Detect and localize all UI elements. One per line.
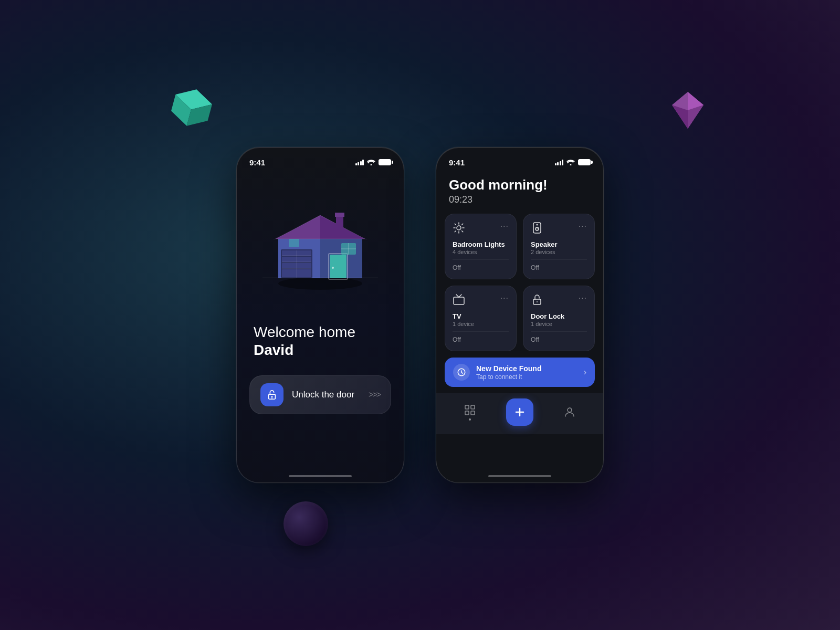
svg-line-43 [455, 231, 456, 232]
doorlock-status: Off [531, 331, 587, 343]
new-device-icon [453, 364, 470, 381]
svg-rect-31 [335, 213, 344, 217]
welcome-title: Welcome home [254, 323, 387, 342]
phone-welcome: 9:41 [236, 147, 404, 483]
speaker-name: Speaker [531, 240, 587, 248]
lights-status: Off [453, 259, 509, 271]
svg-rect-29 [289, 239, 299, 247]
new-device-text: New Device Found Tap to connect it [476, 364, 578, 381]
device-card-tv[interactable]: ··· TV 1 device Off [445, 286, 517, 351]
signal-icon-1 [355, 159, 364, 165]
new-device-banner[interactable]: New Device Found Tap to connect it › [445, 358, 595, 387]
device-card-lights[interactable]: ··· Badroom Lights 4 devices Off [445, 214, 517, 279]
phone-dashboard: 9:41 Good morning! 09:23 [436, 147, 604, 483]
nav-add-button[interactable] [506, 398, 533, 426]
battery-icon-1 [379, 159, 391, 165]
svg-line-42 [462, 231, 463, 232]
speaker-count: 2 devices [531, 249, 587, 255]
svg-rect-49 [454, 297, 464, 304]
doorlock-icon [531, 293, 543, 309]
doorlock-count: 1 device [531, 321, 587, 327]
speaker-status: Off [531, 259, 587, 271]
status-bar-2: 9:41 [436, 148, 603, 171]
doorlock-name: Door Lock [531, 312, 587, 320]
new-device-arrow-icon: › [584, 368, 586, 377]
phones-container: 9:41 [236, 147, 604, 483]
status-icons-2 [555, 159, 591, 165]
unlock-icon [260, 383, 284, 406]
tv-name: TV [453, 312, 509, 320]
svg-line-44 [462, 224, 463, 225]
wifi-icon-1 [367, 159, 375, 165]
tv-icon [453, 293, 465, 309]
speaker-icon [531, 222, 543, 237]
device-card-speaker[interactable]: ··· Speaker 2 devices Off [523, 214, 595, 279]
dashboard-header: Good morning! 09:23 [436, 171, 603, 205]
nav-grid[interactable] [464, 404, 476, 421]
lights-name: Badroom Lights [453, 240, 509, 248]
doorlock-menu[interactable]: ··· [579, 293, 587, 303]
wifi-icon-2 [566, 159, 575, 165]
add-icon [513, 406, 526, 418]
house-illustration [237, 165, 404, 312]
unlock-label: Unlock the door [292, 390, 360, 400]
grid-icon [464, 404, 476, 416]
sun-icon [453, 222, 465, 237]
battery-icon-2 [578, 159, 591, 165]
svg-point-59 [568, 408, 572, 412]
svg-rect-55 [465, 411, 469, 415]
new-device-subtitle: Tap to connect it [476, 373, 578, 381]
unlock-arrows: >>> [369, 390, 380, 400]
tv-status: Off [453, 331, 509, 343]
deco-sphere [284, 501, 328, 546]
status-time-2: 9:41 [449, 158, 465, 167]
lights-count: 4 devices [453, 249, 509, 255]
unlock-button[interactable]: Unlock the door >>> [249, 375, 391, 414]
tv-count: 1 device [453, 321, 509, 327]
new-device-title: New Device Found [476, 364, 578, 373]
greeting: Good morning! [449, 177, 591, 193]
deco-cube [163, 79, 220, 136]
svg-rect-30 [336, 215, 343, 231]
device-grid: ··· Badroom Lights 4 devices Off [436, 205, 603, 351]
svg-point-25 [332, 267, 334, 269]
current-time: 09:23 [449, 194, 591, 205]
svg-point-51 [537, 301, 538, 302]
welcome-name: David [254, 342, 387, 359]
speaker-menu[interactable]: ··· [579, 222, 587, 231]
nav-dot [469, 418, 471, 421]
svg-line-41 [455, 224, 456, 225]
svg-point-36 [457, 226, 461, 230]
svg-rect-54 [471, 405, 475, 409]
nav-profile[interactable] [563, 406, 576, 418]
welcome-text: Welcome home David [237, 312, 404, 359]
svg-rect-53 [465, 405, 469, 409]
svg-point-47 [537, 228, 538, 229]
svg-point-7 [278, 277, 362, 290]
svg-rect-56 [471, 411, 475, 415]
lights-menu[interactable]: ··· [500, 222, 509, 231]
home-indicator-1 [289, 475, 352, 477]
status-icons-1 [355, 159, 392, 165]
bottom-nav [436, 393, 603, 434]
tv-menu[interactable]: ··· [500, 293, 509, 303]
signal-icon-2 [555, 159, 564, 165]
device-card-doorlock[interactable]: ··· Door Lock 1 device Off [523, 286, 595, 351]
home-indicator-2 [488, 475, 551, 477]
svg-rect-23 [330, 255, 346, 278]
deco-diamond [667, 89, 709, 131]
profile-icon [563, 406, 576, 418]
